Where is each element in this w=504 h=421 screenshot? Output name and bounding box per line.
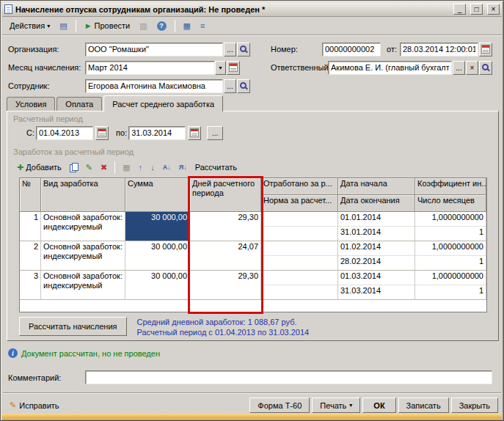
copy-icon <box>70 163 78 172</box>
date-input[interactable] <box>400 43 478 56</box>
list-settings-button[interactable]: ≡ <box>196 18 209 33</box>
info-icon: i <box>8 348 18 358</box>
cell-dates[interactable]: 01.02.201428.02.2014 <box>338 241 415 271</box>
month-input[interactable] <box>85 61 215 75</box>
tab-payment[interactable]: Оплата <box>56 97 102 111</box>
edit-row-button[interactable]: ✎ <box>82 161 96 175</box>
help-icon: ? <box>157 21 167 31</box>
post-document-button[interactable]: ► Провести <box>80 18 135 33</box>
period-to-input[interactable] <box>128 126 186 140</box>
period-to-calendar-button[interactable] <box>188 126 201 140</box>
minimize-button[interactable]: _ <box>453 4 466 15</box>
cell-days[interactable]: 29,30 <box>190 271 261 300</box>
header-days: Дней расчетного периода <box>190 178 261 212</box>
cell-kind[interactable]: Основной заработок: индексируемый <box>41 212 125 241</box>
move-down-button[interactable]: ↓ <box>147 161 158 175</box>
tab-average-earnings[interactable]: Расчет среднего заработка <box>103 95 223 111</box>
print-label: Печать <box>320 401 346 410</box>
cell-worked-norm[interactable] <box>261 271 338 300</box>
table-empty-area[interactable] <box>20 300 486 312</box>
employee-find-button[interactable] <box>237 79 250 93</box>
cell-days[interactable]: 29,30 <box>190 212 261 241</box>
number-input[interactable] <box>322 43 381 56</box>
period-from-calendar-button[interactable] <box>95 126 109 140</box>
cell-num[interactable]: 1 <box>20 212 41 241</box>
organization-row: Организация: ... <box>8 42 250 56</box>
actions-button[interactable]: Действия ▾ <box>5 18 54 33</box>
save-button[interactable]: Записать <box>398 398 449 413</box>
period-select-button[interactable]: ... <box>207 126 223 140</box>
add-row-button[interactable]: ✚ Добавить <box>13 161 65 175</box>
date-calendar-button[interactable] <box>479 43 492 56</box>
show-movements-button[interactable]: ▥ <box>135 18 151 33</box>
period-from-input[interactable] <box>36 126 93 140</box>
ok-button[interactable]: ОК <box>362 398 395 413</box>
earnings-group-label: Заработок за расчетный период <box>13 147 134 156</box>
cell-dates[interactable]: 01.01.201431.01.2014 <box>338 212 415 241</box>
responsible-clear-button[interactable]: × <box>466 61 478 75</box>
cell-coef-months[interactable]: 1,00000000001 <box>415 271 486 300</box>
sort-asc-button[interactable]: А↓ <box>159 161 175 175</box>
fix-button[interactable]: ✎ Исправить <box>6 398 63 413</box>
header-worked: Отработано за р... <box>261 178 337 195</box>
close-button[interactable]: × <box>487 4 500 15</box>
window-system-icon[interactable] <box>4 4 12 14</box>
maximize-button[interactable]: □ <box>470 4 483 15</box>
organization-find-button[interactable] <box>237 43 250 56</box>
tab-panel: Расчетный период С: по: ... Заработок за… <box>7 111 499 341</box>
cell-days[interactable]: 24,07 <box>190 241 261 271</box>
calculate-table-button[interactable]: Рассчитать <box>191 161 241 175</box>
employee-select-button[interactable]: ... <box>224 79 236 93</box>
responsible-find-button[interactable] <box>479 61 492 75</box>
responsible-select-button[interactable]: ... <box>453 61 465 75</box>
comment-input[interactable] <box>85 370 492 384</box>
responsible-input[interactable] <box>328 61 452 75</box>
cell-sum[interactable]: 30 000,00 <box>125 241 190 271</box>
month-dropdown-button[interactable]: ▼ <box>215 61 226 75</box>
form-t60-button[interactable]: Форма Т-60 <box>249 398 310 413</box>
calculate-accruals-button[interactable]: Рассчитать начисления <box>19 317 127 336</box>
date-label: от: <box>387 45 397 54</box>
cell-worked-norm[interactable] <box>261 212 338 241</box>
post-icon: ► <box>84 22 92 30</box>
header-kind: Вид заработка <box>41 178 125 212</box>
cell-dates[interactable]: 01.03.201431.03.2014 <box>338 271 415 300</box>
earnings-table: № Вид заработка Сумма Дней расчетного пе… <box>19 177 487 312</box>
actions-label: Действия <box>10 21 45 30</box>
number-label: Номер: <box>271 45 322 54</box>
cell-worked-norm[interactable] <box>261 241 338 271</box>
structure-button[interactable]: ▦ <box>179 18 195 33</box>
cell-coef-months[interactable]: 1,00000000001 <box>415 241 486 271</box>
document-window: Начисление отпуска сотрудникам организац… <box>0 0 504 421</box>
print-button[interactable]: Печать ▾ <box>312 398 360 413</box>
fill-icon: ▦ <box>123 164 130 172</box>
arrow-up-icon: ↑ <box>139 164 143 172</box>
table-header: № Вид заработка Сумма Дней расчетного пе… <box>20 178 486 212</box>
table-row: 1 Основной заработок: индексируемый 30 0… <box>20 212 486 241</box>
help-button[interactable]: ? <box>153 18 171 33</box>
cell-sum-selected[interactable]: 30 000,00 <box>125 212 190 241</box>
organization-input[interactable] <box>85 43 223 56</box>
close-window-button[interactable]: Закрыть <box>451 398 498 413</box>
employee-input[interactable] <box>85 79 223 93</box>
cell-kind[interactable]: Основной заработок: индексируемый <box>41 271 125 300</box>
cell-num[interactable]: 2 <box>20 241 41 271</box>
reread-button[interactable]: ▤ <box>55 18 71 33</box>
fill-button[interactable]: ▦ <box>119 161 134 175</box>
copy-row-button[interactable] <box>66 161 81 175</box>
cell-coef-months[interactable]: 1,00000000001 <box>415 212 486 241</box>
tab-conditions[interactable]: Условия <box>7 97 55 111</box>
delete-row-button[interactable]: ✖ <box>97 161 111 175</box>
month-label: Месяц начисления: <box>8 63 85 72</box>
move-up-button[interactable]: ↑ <box>135 161 147 175</box>
month-calendar-button[interactable] <box>227 61 240 75</box>
cell-sum[interactable]: 30 000,00 <box>125 271 190 300</box>
toolbar-separator <box>114 161 115 174</box>
cell-kind[interactable]: Основной заработок: индексируемый <box>41 241 125 271</box>
sort-desc-button[interactable]: Я↓ <box>175 161 191 175</box>
cell-num[interactable]: 3 <box>20 271 41 300</box>
month-row: Месяц начисления: ▼ <box>8 60 240 75</box>
organization-select-button[interactable]: ... <box>224 43 236 56</box>
pencil-icon: ✎ <box>10 401 16 409</box>
titlebar: Начисление отпуска сотрудникам организац… <box>2 2 502 17</box>
